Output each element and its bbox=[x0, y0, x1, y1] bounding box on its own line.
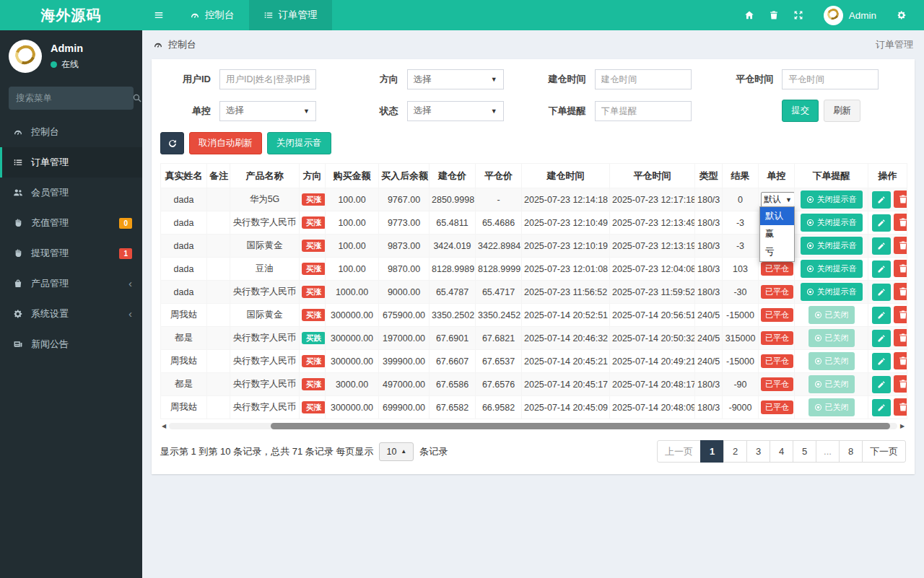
order-notify-button[interactable]: 关闭提示音 bbox=[801, 283, 863, 301]
trash-button[interactable] bbox=[762, 0, 786, 30]
column-header[interactable]: 平仓价 bbox=[476, 164, 522, 188]
edit-button[interactable] bbox=[872, 260, 891, 278]
scrollbar-thumb[interactable] bbox=[271, 423, 890, 429]
table-cell: dada bbox=[161, 211, 207, 235]
delete-button[interactable] bbox=[894, 375, 907, 393]
edit-button[interactable] bbox=[872, 284, 891, 301]
column-header[interactable]: 结果 bbox=[723, 164, 759, 188]
control-select[interactable]: 默认▼ bbox=[761, 192, 795, 207]
page-ellipsis[interactable]: ... bbox=[816, 440, 840, 463]
order-notify-button[interactable]: 关闭提示音 bbox=[801, 260, 863, 278]
scroll-left-arrow-icon[interactable]: ◀ bbox=[160, 423, 167, 429]
column-header[interactable]: 购买金额 bbox=[326, 164, 379, 188]
order-notify-button[interactable]: 关闭提示音 bbox=[801, 214, 863, 232]
delete-button[interactable] bbox=[894, 398, 907, 416]
filter-input-下单提醒[interactable] bbox=[595, 101, 692, 121]
delete-button[interactable] bbox=[894, 352, 907, 369]
filter-input-用户ID[interactable] bbox=[219, 69, 316, 89]
order-notify-button[interactable]: 关闭提示音 bbox=[801, 191, 863, 209]
nav-tab-dashboard[interactable]: 控制台 bbox=[175, 0, 249, 30]
scroll-right-arrow-icon[interactable]: ▶ bbox=[899, 423, 906, 429]
table-cell bbox=[868, 304, 907, 327]
edit-button[interactable] bbox=[872, 307, 891, 324]
delete-button[interactable] bbox=[894, 329, 907, 346]
delete-button[interactable] bbox=[894, 237, 907, 254]
page-1[interactable]: 1 bbox=[700, 440, 724, 463]
sidebar-item-members[interactable]: 会员管理 bbox=[0, 178, 142, 208]
edit-button[interactable] bbox=[872, 330, 891, 347]
submit-button[interactable]: 提交 bbox=[782, 100, 819, 122]
edit-button[interactable] bbox=[872, 214, 891, 232]
control-option[interactable]: 亏 bbox=[760, 243, 794, 261]
page-3[interactable]: 3 bbox=[746, 440, 770, 463]
sidebar-item-products[interactable]: 产品管理 ‹ bbox=[0, 268, 142, 299]
table-cell: 9767.00 bbox=[379, 188, 430, 211]
filter-select-单控[interactable]: 选择▼ bbox=[219, 101, 316, 121]
column-header[interactable]: 建仓时间 bbox=[522, 164, 610, 188]
column-header[interactable]: 备注 bbox=[207, 164, 230, 188]
cancel-auto-refresh-button[interactable]: 取消自动刷新 bbox=[189, 132, 262, 154]
column-header[interactable]: 方向 bbox=[300, 164, 326, 188]
sidebar-search-input[interactable] bbox=[16, 93, 132, 103]
order-notify-button[interactable]: 已关闭 bbox=[808, 352, 855, 370]
column-header[interactable]: 产品名称 bbox=[230, 164, 300, 188]
sidebar-item-recharge[interactable]: 充值管理 0 bbox=[0, 208, 142, 238]
control-option[interactable]: 赢 bbox=[760, 225, 794, 243]
sidebar-item-settings[interactable]: 系统设置 ‹ bbox=[0, 299, 142, 329]
page-8[interactable]: 8 bbox=[839, 440, 863, 463]
page-next[interactable]: 下一页 bbox=[862, 440, 906, 463]
edit-button[interactable] bbox=[872, 237, 891, 255]
column-header[interactable]: 操作 bbox=[868, 164, 907, 188]
user-menu[interactable]: Admin bbox=[816, 6, 884, 25]
filter-select-方向[interactable]: 选择▼ bbox=[407, 69, 504, 89]
sidebar-toggle-button[interactable] bbox=[142, 0, 175, 30]
page-2[interactable]: 2 bbox=[723, 440, 747, 463]
order-notify-button[interactable]: 已关闭 bbox=[808, 375, 855, 393]
column-header[interactable]: 建仓价 bbox=[430, 164, 476, 188]
sidebar-item-dashboard[interactable]: 控制台 bbox=[0, 117, 142, 147]
nav-tab-orders[interactable]: 订单管理 bbox=[249, 0, 332, 30]
home-button[interactable] bbox=[737, 0, 762, 30]
delete-button[interactable] bbox=[894, 191, 907, 208]
delete-button[interactable] bbox=[894, 306, 907, 323]
delete-button[interactable] bbox=[894, 260, 907, 277]
refresh-table-button[interactable] bbox=[160, 132, 184, 154]
order-notify-button[interactable]: 关闭提示音 bbox=[801, 237, 863, 255]
column-header[interactable]: 买入后余额 bbox=[379, 164, 430, 188]
table-cell: 300000.00 bbox=[326, 350, 379, 373]
expand-button[interactable] bbox=[786, 0, 811, 30]
close-sound-button[interactable]: 关闭提示音 bbox=[267, 132, 331, 154]
filter-input-平仓时间[interactable] bbox=[782, 69, 879, 89]
order-notify-button[interactable]: 已关闭 bbox=[808, 398, 855, 416]
column-header[interactable]: 类型 bbox=[695, 164, 723, 188]
edit-button[interactable] bbox=[872, 353, 891, 370]
table-cell: 2025-07-23 11:59:52 bbox=[610, 281, 695, 304]
sidebar-item-withdraw[interactable]: 提现管理 1 bbox=[0, 238, 142, 268]
control-option[interactable]: 默认 bbox=[760, 207, 794, 225]
column-header[interactable]: 单控 bbox=[759, 164, 795, 188]
filter-select-状态[interactable]: 选择▼ bbox=[407, 101, 504, 121]
order-notify-button[interactable]: 已关闭 bbox=[808, 306, 855, 324]
edit-button[interactable] bbox=[872, 376, 891, 393]
sidebar-item-news[interactable]: 新闻公告 bbox=[0, 329, 142, 359]
delete-button[interactable] bbox=[894, 283, 907, 300]
settings-button[interactable] bbox=[889, 0, 914, 30]
delete-button[interactable] bbox=[894, 214, 907, 231]
page-prev[interactable]: 上一页 bbox=[657, 440, 701, 463]
page-4[interactable]: 4 bbox=[770, 440, 793, 463]
order-notify-button[interactable]: 已关闭 bbox=[808, 329, 855, 347]
filter-input-建仓时间[interactable] bbox=[595, 69, 692, 89]
column-header[interactable]: 下单提醒 bbox=[795, 164, 868, 188]
search-icon[interactable] bbox=[132, 93, 142, 103]
edit-button[interactable] bbox=[872, 399, 891, 416]
edit-button[interactable] bbox=[872, 191, 891, 209]
page-size-select[interactable]: 10 ▲ bbox=[379, 442, 414, 461]
brand-logo[interactable]: 海外源码 bbox=[0, 0, 142, 30]
column-header[interactable]: 平仓时间 bbox=[610, 164, 695, 188]
page-5[interactable]: 5 bbox=[793, 440, 816, 463]
refresh-button[interactable]: 刷新 bbox=[824, 100, 860, 122]
sidebar-item-orders[interactable]: 订单管理 bbox=[0, 147, 142, 178]
scrollbar-track[interactable] bbox=[169, 423, 897, 429]
breadcrumb-left[interactable]: 控制台 bbox=[168, 38, 196, 51]
column-header[interactable]: 真实姓名 bbox=[161, 164, 207, 188]
